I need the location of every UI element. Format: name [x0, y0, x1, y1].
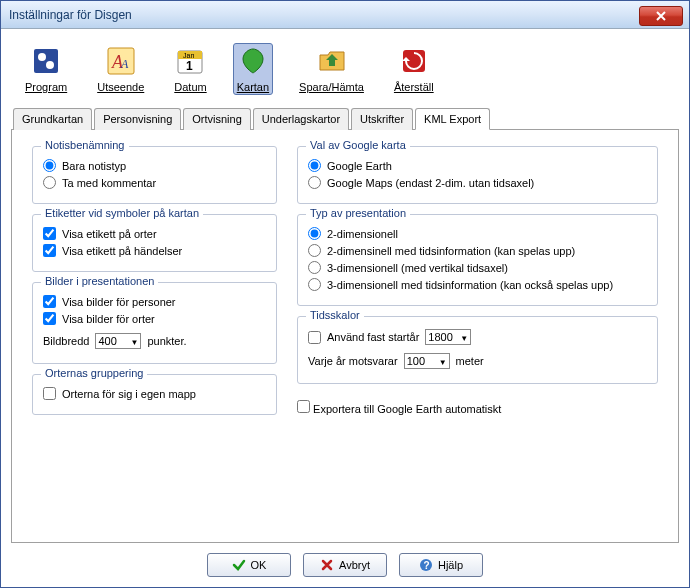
toolbar-label: Återställ [394, 81, 434, 93]
group-google-karta: Val av Google karta Google Earth Google … [297, 146, 658, 204]
tab-grundkartan[interactable]: Grundkartan [13, 108, 92, 130]
label-etikett-orter[interactable]: Visa etikett på orter [62, 228, 157, 240]
x-icon [320, 558, 334, 572]
checkbox-etikett-orter[interactable] [43, 227, 56, 240]
tab-strip: Grundkartan Personvisning Ortvisning Und… [11, 107, 679, 130]
reset-icon [398, 45, 430, 77]
radio-2d-tid[interactable] [308, 244, 321, 257]
map-icon [237, 45, 269, 77]
button-label: OK [251, 559, 267, 571]
radio-3d-tid[interactable] [308, 278, 321, 291]
tab-ortvisning[interactable]: Ortvisning [183, 108, 251, 130]
tab-personvisning[interactable]: Personvisning [94, 108, 181, 130]
group-title: Notisbenämning [41, 139, 129, 151]
label-punkter: punkter. [147, 335, 186, 347]
toolbar: Program AA Utseende Jan1 Datum Kartan [11, 37, 679, 107]
check-icon [232, 558, 246, 572]
group-title: Val av Google karta [306, 139, 410, 151]
radio-2d[interactable] [308, 227, 321, 240]
label-fast-startar[interactable]: Använd fast startår [327, 331, 419, 343]
label-bildbredd: Bildbredd [43, 335, 89, 347]
radio-3d[interactable] [308, 261, 321, 274]
folder-icon [316, 45, 348, 77]
group-notisbenamning: Notisbenämning Bara notistyp Ta med komm… [32, 146, 277, 204]
toolbar-label: Kartan [237, 81, 269, 93]
select-value: 1800 [428, 331, 456, 343]
label-google-maps[interactable]: Google Maps (endast 2-dim. utan tidsaxel… [327, 177, 534, 189]
close-icon [656, 11, 666, 21]
svg-text:1: 1 [186, 59, 193, 73]
group-presentation: Typ av presentation 2-dimensionell 2-dim… [297, 214, 658, 306]
checkbox-fast-startar[interactable] [308, 331, 321, 344]
content: Program AA Utseende Jan1 Datum Kartan [1, 29, 689, 587]
tab-kml-export[interactable]: KML Export [415, 108, 490, 130]
tab-utskrifter[interactable]: Utskrifter [351, 108, 413, 130]
button-label: Hjälp [438, 559, 463, 571]
svg-point-2 [46, 61, 54, 69]
label-export-auto[interactable]: Exportera till Google Earth automatiskt [313, 403, 501, 415]
group-bilder: Bilder i presentationen Visa bilder för … [32, 282, 277, 364]
toolbar-program[interactable]: Program [21, 43, 71, 95]
label-ta-med-kommentar[interactable]: Ta med kommentar [62, 177, 156, 189]
select-value: 400 [98, 335, 126, 347]
label-3d[interactable]: 3-dimensionell (med vertikal tidsaxel) [327, 262, 508, 274]
svg-text:A: A [120, 57, 129, 71]
radio-bara-notistyp[interactable] [43, 159, 56, 172]
chevron-down-icon: ▼ [130, 338, 138, 347]
toolbar-label: Datum [174, 81, 206, 93]
select-value: 100 [407, 355, 435, 367]
label-google-earth[interactable]: Google Earth [327, 160, 392, 172]
titlebar: Inställningar för Disgen [1, 1, 689, 29]
radio-google-earth[interactable] [308, 159, 321, 172]
label-varje-ar: Varje år motsvarar [308, 355, 398, 367]
svg-text:Jan: Jan [183, 52, 194, 59]
ok-button[interactable]: OK [207, 553, 291, 577]
cancel-button[interactable]: Avbryt [303, 553, 387, 577]
tab-panel-kml-export: Notisbenämning Bara notistyp Ta med komm… [11, 130, 679, 543]
checkbox-export-auto[interactable] [297, 400, 310, 413]
group-etiketter: Etiketter vid symboler på kartan Visa et… [32, 214, 277, 272]
dialog-buttons: OK Avbryt ? Hjälp [11, 543, 679, 577]
tab-underlagskartor[interactable]: Underlagskartor [253, 108, 349, 130]
label-2d[interactable]: 2-dimensionell [327, 228, 398, 240]
select-bildbredd[interactable]: 400▼ [95, 333, 141, 349]
checkbox-egen-mapp[interactable] [43, 387, 56, 400]
group-title: Typ av presentation [306, 207, 410, 219]
label-etikett-handelser[interactable]: Visa etikett på händelser [62, 245, 182, 257]
checkbox-bilder-orter[interactable] [43, 312, 56, 325]
help-icon: ? [419, 558, 433, 572]
settings-window: Inställningar för Disgen Program AA Utse… [0, 0, 690, 588]
svg-text:?: ? [423, 560, 429, 571]
toolbar-label: Spara/Hämta [299, 81, 364, 93]
svg-rect-0 [34, 49, 58, 73]
font-icon: AA [105, 45, 137, 77]
label-egen-mapp[interactable]: Orterna för sig i egen mapp [62, 388, 196, 400]
window-title: Inställningar för Disgen [9, 8, 132, 22]
radio-google-maps[interactable] [308, 176, 321, 189]
radio-ta-med-kommentar[interactable] [43, 176, 56, 189]
toolbar-kartan[interactable]: Kartan [233, 43, 273, 95]
help-button[interactable]: ? Hjälp [399, 553, 483, 577]
toolbar-datum[interactable]: Jan1 Datum [170, 43, 210, 95]
close-button[interactable] [639, 6, 683, 26]
chevron-down-icon: ▼ [439, 358, 447, 367]
group-ortgruppering: Orternas gruppering Orterna för sig i eg… [32, 374, 277, 415]
label-2d-tid[interactable]: 2-dimensinell med tidsinformation (kan s… [327, 245, 575, 257]
toolbar-spara-hamta[interactable]: Spara/Hämta [295, 43, 368, 95]
select-startar[interactable]: 1800▼ [425, 329, 471, 345]
label-bilder-personer[interactable]: Visa bilder för personer [62, 296, 176, 308]
group-title: Orternas gruppering [41, 367, 147, 379]
label-bara-notistyp[interactable]: Bara notistyp [62, 160, 126, 172]
group-title: Etiketter vid symboler på kartan [41, 207, 203, 219]
checkbox-bilder-personer[interactable] [43, 295, 56, 308]
button-label: Avbryt [339, 559, 370, 571]
label-bilder-orter[interactable]: Visa bilder för orter [62, 313, 155, 325]
checkbox-etikett-handelser[interactable] [43, 244, 56, 257]
label-3d-tid[interactable]: 3-dimensionell med tidsinformation (kan … [327, 279, 613, 291]
select-ar-value[interactable]: 100▼ [404, 353, 450, 369]
toolbar-utseende[interactable]: AA Utseende [93, 43, 148, 95]
toolbar-aterstall[interactable]: Återställ [390, 43, 438, 95]
group-title: Tidsskalor [306, 309, 364, 321]
svg-point-1 [38, 53, 46, 61]
gear-icon [30, 45, 62, 77]
